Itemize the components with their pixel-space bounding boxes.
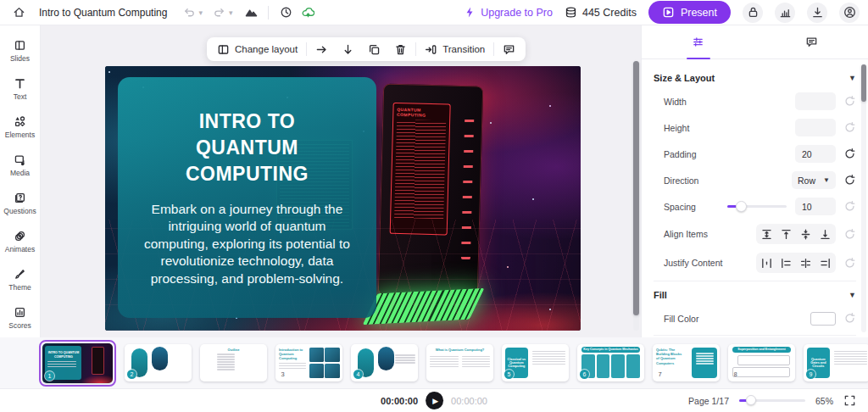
sidebar-item-text[interactable]: Text: [1, 72, 40, 106]
align-center-button[interactable]: [797, 225, 815, 242]
slide-thumbnail-2[interactable]: 2: [125, 344, 192, 381]
redo-chevron-icon[interactable]: ▾: [229, 8, 233, 17]
slide-text-block[interactable]: INTRO TO QUANTUM COMPUTING Embark on a j…: [118, 77, 377, 318]
duplicate-slide-button[interactable]: [361, 37, 387, 61]
justify-reset-icon[interactable]: [843, 257, 856, 270]
slide-thumbnail-9[interactable]: Qubits: The Building Blocks of Quantum C…: [653, 344, 720, 381]
change-layout-button[interactable]: Change layout: [210, 37, 304, 61]
justify-start-button[interactable]: [777, 254, 795, 271]
panel-scrollbar[interactable]: [861, 64, 866, 332]
change-layout-label: Change layout: [235, 44, 298, 54]
sidebar-item-theme[interactable]: Theme: [1, 263, 40, 297]
add-slide-right-button[interactable]: [309, 37, 335, 61]
sidebar-item-slides[interactable]: Slides: [1, 34, 40, 68]
tower-panel-lines: [394, 120, 446, 219]
history-button[interactable]: [275, 3, 296, 23]
justify-end-button[interactable]: [816, 254, 834, 271]
justify-center-button[interactable]: [797, 254, 815, 271]
slide-thumbnail-3[interactable]: Outline: [200, 344, 267, 381]
spacing-slider-knob[interactable]: [736, 201, 747, 212]
slide-thumbnail-6[interactable]: What is Quantum Computing?: [426, 344, 493, 381]
speaker-notes-button[interactable]: [496, 37, 522, 61]
row-padding: Padding: [654, 141, 856, 167]
total-time: 00:00:00: [451, 396, 487, 406]
height-reset-icon[interactable]: [843, 121, 856, 134]
header-divider: [268, 6, 269, 19]
cloud-save-button[interactable]: [298, 3, 318, 23]
slide-body-text[interactable]: Embark on a journey through the intrigui…: [138, 201, 357, 287]
width-reset-icon[interactable]: [843, 95, 856, 108]
panel-scrollbar-thumb[interactable]: [861, 64, 866, 102]
zoom-level: 65%: [815, 396, 833, 406]
fill-color-reset-icon[interactable]: [843, 312, 856, 325]
slide-canvas[interactable]: QUANTUM COMPUTING INTRO TO QUANTUM COMPU…: [105, 66, 581, 331]
present-button[interactable]: Present: [648, 1, 731, 24]
width-input[interactable]: [795, 92, 836, 110]
collapse-caret-icon: ▼: [849, 74, 856, 82]
spacing-slider[interactable]: [727, 205, 787, 208]
tab-comments[interactable]: [755, 25, 868, 58]
account-button[interactable]: [839, 3, 860, 23]
home-button[interactable]: [8, 3, 29, 23]
slide-thumbnail-11[interactable]: Quantum Gates and Circuits9: [804, 344, 868, 381]
add-slide-below-button[interactable]: [335, 37, 361, 61]
sliders-icon: [692, 36, 704, 48]
slide-thumbnail-1[interactable]: INTRO TO QUANTUM COMPUTING1: [39, 340, 116, 387]
justify-between-button[interactable]: [758, 254, 776, 271]
slides-icon: [14, 39, 26, 52]
lock-button[interactable]: [743, 3, 763, 23]
lock-icon: [747, 6, 760, 19]
padding-reset-icon[interactable]: [843, 148, 856, 160]
sidebar-item-animates[interactable]: Animates: [1, 225, 40, 259]
cloud-sync-icon: [302, 6, 314, 19]
credits-icon: [565, 6, 577, 19]
section-fill-label: Fill: [654, 290, 667, 300]
tab-design-settings[interactable]: [642, 25, 755, 58]
height-input[interactable]: [795, 119, 836, 136]
slide-thumbnail-8[interactable]: Key Concepts in Quantum Mechanics6: [577, 344, 644, 381]
sidebar-item-elements[interactable]: Elements: [1, 110, 40, 144]
spacing-reset-icon[interactable]: [843, 200, 856, 213]
zoom-slider-knob[interactable]: [746, 395, 756, 405]
upgrade-to-pro-link[interactable]: Upgrade to Pro: [464, 6, 553, 19]
section-size-layout[interactable]: Size & Layout ▼: [654, 70, 856, 88]
zoom-slider[interactable]: [739, 399, 805, 402]
sidebar-item-questions[interactable]: Questions: [1, 187, 40, 220]
present-label: Present: [681, 7, 717, 19]
slide-thumbnail-4[interactable]: Introduction to Quantum Computing3: [275, 344, 342, 381]
preview-button[interactable]: [241, 3, 261, 23]
canvas-scrollbar-thumb[interactable]: [633, 61, 639, 315]
padding-input[interactable]: [795, 145, 836, 163]
spacing-input[interactable]: [795, 198, 836, 215]
transition-button[interactable]: Transition: [418, 37, 492, 61]
document-title[interactable]: Intro to Quantum Computing: [39, 7, 167, 19]
section-fill[interactable]: Fill ▼: [654, 287, 856, 305]
download-button[interactable]: [807, 3, 827, 23]
align-stretch-button[interactable]: [758, 225, 776, 242]
align-bottom-button[interactable]: [816, 225, 834, 242]
credits-indicator[interactable]: 445 Credits: [565, 6, 637, 19]
fullscreen-button[interactable]: [843, 394, 856, 407]
row-spacing: Spacing: [654, 193, 856, 220]
direction-select[interactable]: Row ▼: [792, 171, 836, 189]
fill-color-swatch[interactable]: [810, 312, 836, 326]
slide-title[interactable]: INTRO TO QUANTUM COMPUTING: [147, 109, 348, 187]
collapse-caret-icon: ▼: [849, 291, 856, 299]
elapsed-time: 00:00:00: [381, 396, 418, 406]
slide-thumbnail-10[interactable]: Superposition and Entanglement8: [728, 344, 795, 381]
slide-thumbnail-7[interactable]: Classical vs Quantum Computing5: [502, 344, 569, 381]
align-reset-icon[interactable]: [843, 228, 856, 241]
analytics-button[interactable]: [775, 3, 795, 23]
undo-chevron-icon[interactable]: ▾: [198, 8, 203, 17]
sidebar-item-media[interactable]: Media: [1, 148, 40, 182]
direction-reset-icon[interactable]: [843, 174, 856, 187]
play-button[interactable]: ▶: [426, 392, 443, 409]
align-top-button[interactable]: [777, 225, 795, 242]
delete-slide-button[interactable]: [387, 37, 414, 61]
slide-thumbnail-5[interactable]: 4: [351, 344, 418, 381]
row-width: Width: [654, 88, 856, 114]
undo-button[interactable]: [179, 3, 199, 23]
redo-button[interactable]: [209, 3, 230, 23]
canvas-scrollbar[interactable]: [633, 61, 639, 331]
sidebar-item-scores[interactable]: Scores: [1, 301, 40, 335]
